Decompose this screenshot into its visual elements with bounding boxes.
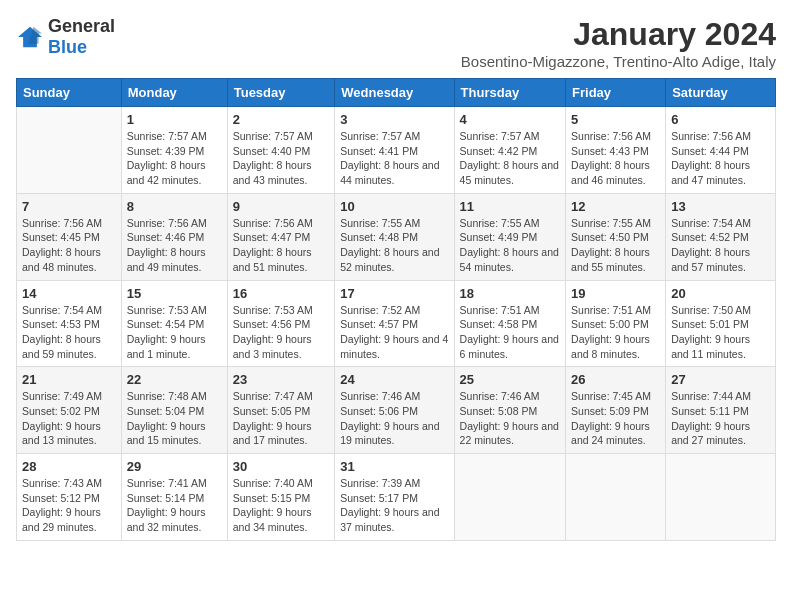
calendar-cell: 30Sunrise: 7:40 AMSunset: 5:15 PMDayligh… (227, 454, 335, 541)
day-number: 6 (671, 112, 770, 127)
day-number: 17 (340, 286, 448, 301)
week-row: 28Sunrise: 7:43 AMSunset: 5:12 PMDayligh… (17, 454, 776, 541)
day-number: 12 (571, 199, 660, 214)
day-info: Sunrise: 7:46 AMSunset: 5:06 PMDaylight:… (340, 389, 448, 448)
day-info: Sunrise: 7:43 AMSunset: 5:12 PMDaylight:… (22, 476, 116, 535)
calendar-cell: 15Sunrise: 7:53 AMSunset: 4:54 PMDayligh… (121, 280, 227, 367)
day-info: Sunrise: 7:45 AMSunset: 5:09 PMDaylight:… (571, 389, 660, 448)
day-info: Sunrise: 7:39 AMSunset: 5:17 PMDaylight:… (340, 476, 448, 535)
day-number: 13 (671, 199, 770, 214)
calendar-cell: 4Sunrise: 7:57 AMSunset: 4:42 PMDaylight… (454, 107, 565, 194)
logo-text: General Blue (48, 16, 115, 58)
header-cell-monday: Monday (121, 79, 227, 107)
day-info: Sunrise: 7:52 AMSunset: 4:57 PMDaylight:… (340, 303, 448, 362)
day-number: 31 (340, 459, 448, 474)
calendar-cell: 27Sunrise: 7:44 AMSunset: 5:11 PMDayligh… (666, 367, 776, 454)
header-cell-thursday: Thursday (454, 79, 565, 107)
day-number: 18 (460, 286, 560, 301)
day-info: Sunrise: 7:51 AMSunset: 5:00 PMDaylight:… (571, 303, 660, 362)
calendar-cell: 31Sunrise: 7:39 AMSunset: 5:17 PMDayligh… (335, 454, 454, 541)
calendar-cell: 14Sunrise: 7:54 AMSunset: 4:53 PMDayligh… (17, 280, 122, 367)
calendar-cell (454, 454, 565, 541)
day-number: 15 (127, 286, 222, 301)
calendar-cell: 1Sunrise: 7:57 AMSunset: 4:39 PMDaylight… (121, 107, 227, 194)
week-row: 1Sunrise: 7:57 AMSunset: 4:39 PMDaylight… (17, 107, 776, 194)
header-cell-tuesday: Tuesday (227, 79, 335, 107)
calendar-cell: 22Sunrise: 7:48 AMSunset: 5:04 PMDayligh… (121, 367, 227, 454)
day-info: Sunrise: 7:41 AMSunset: 5:14 PMDaylight:… (127, 476, 222, 535)
calendar-cell: 10Sunrise: 7:55 AMSunset: 4:48 PMDayligh… (335, 193, 454, 280)
day-info: Sunrise: 7:54 AMSunset: 4:52 PMDaylight:… (671, 216, 770, 275)
day-info: Sunrise: 7:47 AMSunset: 5:05 PMDaylight:… (233, 389, 330, 448)
day-number: 22 (127, 372, 222, 387)
week-row: 21Sunrise: 7:49 AMSunset: 5:02 PMDayligh… (17, 367, 776, 454)
logo: General Blue (16, 16, 115, 58)
day-info: Sunrise: 7:56 AMSunset: 4:43 PMDaylight:… (571, 129, 660, 188)
day-info: Sunrise: 7:57 AMSunset: 4:40 PMDaylight:… (233, 129, 330, 188)
calendar-cell (666, 454, 776, 541)
calendar-cell: 18Sunrise: 7:51 AMSunset: 4:58 PMDayligh… (454, 280, 565, 367)
day-number: 3 (340, 112, 448, 127)
calendar-table: SundayMondayTuesdayWednesdayThursdayFrid… (16, 78, 776, 541)
month-title: January 2024 (461, 16, 776, 53)
calendar-cell: 9Sunrise: 7:56 AMSunset: 4:47 PMDaylight… (227, 193, 335, 280)
calendar-cell: 7Sunrise: 7:56 AMSunset: 4:45 PMDaylight… (17, 193, 122, 280)
logo-icon (16, 25, 44, 49)
day-info: Sunrise: 7:55 AMSunset: 4:50 PMDaylight:… (571, 216, 660, 275)
day-number: 9 (233, 199, 330, 214)
day-info: Sunrise: 7:57 AMSunset: 4:39 PMDaylight:… (127, 129, 222, 188)
day-info: Sunrise: 7:40 AMSunset: 5:15 PMDaylight:… (233, 476, 330, 535)
header-cell-saturday: Saturday (666, 79, 776, 107)
header-row: SundayMondayTuesdayWednesdayThursdayFrid… (17, 79, 776, 107)
day-info: Sunrise: 7:51 AMSunset: 4:58 PMDaylight:… (460, 303, 560, 362)
header-cell-friday: Friday (566, 79, 666, 107)
day-info: Sunrise: 7:44 AMSunset: 5:11 PMDaylight:… (671, 389, 770, 448)
header-cell-wednesday: Wednesday (335, 79, 454, 107)
location-subtitle: Bosentino-Migazzone, Trentino-Alto Adige… (461, 53, 776, 70)
calendar-cell: 17Sunrise: 7:52 AMSunset: 4:57 PMDayligh… (335, 280, 454, 367)
day-info: Sunrise: 7:55 AMSunset: 4:48 PMDaylight:… (340, 216, 448, 275)
calendar-cell: 29Sunrise: 7:41 AMSunset: 5:14 PMDayligh… (121, 454, 227, 541)
day-info: Sunrise: 7:48 AMSunset: 5:04 PMDaylight:… (127, 389, 222, 448)
calendar-cell: 19Sunrise: 7:51 AMSunset: 5:00 PMDayligh… (566, 280, 666, 367)
week-row: 7Sunrise: 7:56 AMSunset: 4:45 PMDaylight… (17, 193, 776, 280)
day-number: 29 (127, 459, 222, 474)
day-info: Sunrise: 7:56 AMSunset: 4:46 PMDaylight:… (127, 216, 222, 275)
day-number: 19 (571, 286, 660, 301)
calendar-cell: 28Sunrise: 7:43 AMSunset: 5:12 PMDayligh… (17, 454, 122, 541)
day-number: 1 (127, 112, 222, 127)
calendar-cell: 24Sunrise: 7:46 AMSunset: 5:06 PMDayligh… (335, 367, 454, 454)
calendar-cell: 16Sunrise: 7:53 AMSunset: 4:56 PMDayligh… (227, 280, 335, 367)
calendar-cell: 23Sunrise: 7:47 AMSunset: 5:05 PMDayligh… (227, 367, 335, 454)
day-number: 24 (340, 372, 448, 387)
day-info: Sunrise: 7:53 AMSunset: 4:54 PMDaylight:… (127, 303, 222, 362)
day-info: Sunrise: 7:53 AMSunset: 4:56 PMDaylight:… (233, 303, 330, 362)
day-number: 23 (233, 372, 330, 387)
calendar-cell: 20Sunrise: 7:50 AMSunset: 5:01 PMDayligh… (666, 280, 776, 367)
day-number: 5 (571, 112, 660, 127)
week-row: 14Sunrise: 7:54 AMSunset: 4:53 PMDayligh… (17, 280, 776, 367)
day-number: 7 (22, 199, 116, 214)
day-info: Sunrise: 7:56 AMSunset: 4:47 PMDaylight:… (233, 216, 330, 275)
calendar-cell: 3Sunrise: 7:57 AMSunset: 4:41 PMDaylight… (335, 107, 454, 194)
calendar-cell: 6Sunrise: 7:56 AMSunset: 4:44 PMDaylight… (666, 107, 776, 194)
day-info: Sunrise: 7:49 AMSunset: 5:02 PMDaylight:… (22, 389, 116, 448)
header: General Blue January 2024 Bosentino-Miga… (16, 16, 776, 70)
logo-blue: Blue (48, 37, 87, 57)
day-number: 8 (127, 199, 222, 214)
day-info: Sunrise: 7:56 AMSunset: 4:44 PMDaylight:… (671, 129, 770, 188)
calendar-cell: 26Sunrise: 7:45 AMSunset: 5:09 PMDayligh… (566, 367, 666, 454)
header-cell-sunday: Sunday (17, 79, 122, 107)
logo-general: General (48, 16, 115, 36)
day-number: 28 (22, 459, 116, 474)
calendar-cell: 2Sunrise: 7:57 AMSunset: 4:40 PMDaylight… (227, 107, 335, 194)
calendar-cell: 25Sunrise: 7:46 AMSunset: 5:08 PMDayligh… (454, 367, 565, 454)
day-number: 26 (571, 372, 660, 387)
day-number: 25 (460, 372, 560, 387)
calendar-cell: 11Sunrise: 7:55 AMSunset: 4:49 PMDayligh… (454, 193, 565, 280)
day-number: 4 (460, 112, 560, 127)
day-number: 30 (233, 459, 330, 474)
day-number: 21 (22, 372, 116, 387)
day-number: 11 (460, 199, 560, 214)
day-info: Sunrise: 7:57 AMSunset: 4:42 PMDaylight:… (460, 129, 560, 188)
